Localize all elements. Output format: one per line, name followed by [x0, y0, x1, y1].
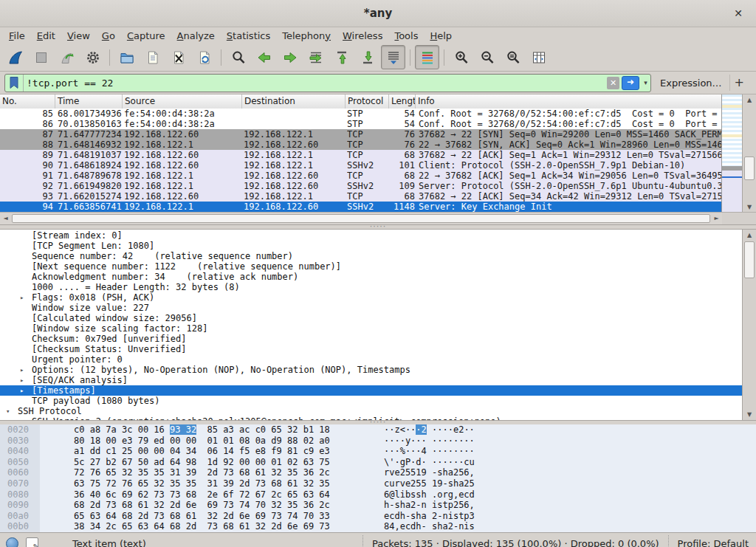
detail-tree-item[interactable]: [TCP Segment Len: 1080] [0, 241, 743, 251]
details-vertical-scrollbar[interactable]: ▲ ▼ [742, 230, 756, 420]
scrollbar-handle[interactable] [744, 156, 755, 180]
tree-collapsed-icon[interactable]: ▸ [20, 365, 24, 375]
hex-bytes[interactable]: 63 75 72 76 65 32 35 35 31 39 2d 73 68 6… [74, 478, 330, 489]
menu-tools[interactable]: Tools [388, 30, 424, 42]
packet-row[interactable]: 9171.648789678192.168.122.1192.168.122.6… [0, 171, 722, 181]
tree-expanded-icon[interactable]: ▾ [6, 406, 10, 416]
scroll-up-icon[interactable]: ▲ [743, 230, 756, 241]
detail-tree-item[interactable]: TCP payload (1080 bytes) [0, 396, 743, 406]
menu-edit[interactable]: Edit [31, 30, 61, 42]
hex-bytes[interactable]: 72 76 65 32 35 35 31 39 2d 73 68 61 32 3… [74, 467, 330, 478]
open-file-button[interactable] [114, 45, 139, 69]
detail-tree-item[interactable]: ▾SSH Protocol [0, 406, 743, 416]
capture-options-button[interactable] [80, 45, 105, 69]
go-back-button[interactable] [252, 45, 276, 69]
hex-dump-row[interactable]: 008036 40 6c 69 62 73 73 68 2e 6f 72 67 … [0, 489, 756, 500]
resize-columns-button[interactable] [526, 45, 551, 69]
go-bottom-button[interactable] [355, 45, 379, 69]
scroll-right-icon[interactable]: ► [711, 213, 722, 224]
filter-clear-icon[interactable]: ✕ [607, 77, 619, 89]
menu-statistics[interactable]: Statistics [221, 30, 276, 42]
hex-bytes[interactable]: c0 a8 7a 3c 00 16 93 32 85 a3 ac c0 65 3… [74, 424, 330, 436]
detail-tree-item[interactable]: [Calculated window size: 29056] [0, 313, 743, 323]
tree-collapsed-icon[interactable]: ▸ [20, 375, 24, 385]
add-filter-button[interactable]: + [729, 75, 752, 91]
packet-list-minimap-scrollbar[interactable] [721, 94, 743, 213]
menu-capture[interactable]: Capture [121, 30, 171, 42]
stop-capture-button[interactable] [29, 45, 53, 69]
tree-collapsed-icon[interactable]: ▸ [20, 292, 24, 303]
menu-telephony[interactable]: Telephony [276, 30, 337, 42]
detail-tree-item[interactable]: [Stream index: 0] [0, 230, 743, 241]
hex-dump-row[interactable]: 00b038 34 2c 65 63 64 68 2d 73 68 61 32 … [0, 521, 756, 532]
hex-dump-row[interactable]: 003080 18 00 e3 79 ed 00 00 01 01 08 0a … [0, 436, 756, 447]
expert-info-icon[interactable] [6, 537, 18, 547]
filter-history-dropdown-icon[interactable]: ▾ [641, 79, 650, 86]
colorize-button[interactable] [415, 45, 439, 69]
zoom-in-button[interactable] [449, 45, 473, 69]
hex-dump-row[interactable]: 0020c0 a8 7a 3c 00 16 93 32 85 a3 ac c0 … [0, 424, 756, 436]
profile-selector[interactable]: Profile: Default [668, 535, 750, 547]
column-header-src[interactable]: Source [123, 94, 242, 109]
scroll-down-icon[interactable]: ▼ [743, 409, 756, 420]
hex-dump-row[interactable]: 007063 75 72 76 65 32 35 35 31 39 2d 73 … [0, 478, 756, 489]
hex-dump-row[interactable]: 00a065 63 64 68 2d 73 68 61 32 2d 6e 69 … [0, 511, 756, 522]
find-packet-button[interactable] [226, 45, 250, 69]
hex-dump-row[interactable]: 006072 76 65 32 35 35 31 39 2d 73 68 61 … [0, 467, 756, 478]
hex-bytes[interactable]: 68 2d 73 68 61 32 2d 6e 69 73 74 70 32 3… [74, 500, 330, 511]
filter-bookmark-icon[interactable] [5, 75, 24, 92]
hex-ascii[interactable]: curve255 19-sha25 [384, 478, 475, 489]
hex-ascii[interactable]: ecdh-sha 2-nistp3 [384, 511, 475, 522]
tree-collapsed-icon[interactable]: ▸ [20, 416, 24, 420]
detail-tree-item[interactable]: ▸[SEQ/ACK analysis] [0, 375, 743, 385]
packet-row[interactable]: 8871.648146932192.168.122.1192.168.122.6… [0, 140, 722, 150]
scroll-up-icon[interactable]: ▲ [743, 94, 756, 106]
hex-dump-row[interactable]: 009068 2d 73 68 61 32 2d 6e 69 73 74 70 … [0, 500, 756, 511]
detail-tree-item[interactable]: ▸Options: (12 bytes), No-Operation (NOP)… [0, 365, 743, 375]
column-header-info[interactable]: Info [416, 94, 722, 109]
hex-bytes[interactable]: a1 dd c1 25 00 00 04 34 06 14 f5 e8 f9 8… [74, 446, 330, 457]
hex-dump-row[interactable]: 0040a1 dd c1 25 00 00 04 34 06 14 f5 e8 … [0, 446, 756, 457]
detail-tree-item[interactable]: Acknowledgment number: 34 (relative ack … [0, 272, 743, 282]
save-file-button[interactable] [140, 45, 165, 69]
detail-tree-item[interactable]: ▸Flags: 0x018 (PSH, ACK) [0, 292, 743, 303]
close-window-button[interactable]: ✕ [729, 0, 747, 27]
hex-ascii[interactable]: 6@libssh .org,ecd [384, 489, 475, 500]
tree-collapsed-icon[interactable]: ▸ [20, 385, 24, 396]
start-capture-button[interactable] [3, 45, 27, 69]
restart-capture-button[interactable] [55, 45, 79, 69]
menu-view[interactable]: View [61, 30, 96, 42]
detail-tree-item[interactable]: Checksum: 0x79ed [unverified] [0, 334, 743, 344]
detail-tree-item[interactable]: Urgent pointer: 0 [0, 354, 743, 365]
hex-bytes[interactable]: 36 40 6c 69 62 73 73 68 2e 6f 72 67 2c 6… [74, 489, 330, 500]
menu-file[interactable]: File [3, 30, 31, 42]
packet-row[interactable]: 8568.001734936fe:54:00:d4:38:2aSTP54Conf… [0, 109, 722, 119]
expression-button[interactable]: Expression… [651, 78, 729, 89]
go-forward-button[interactable] [278, 45, 302, 69]
hex-ascii[interactable]: ····y··· ········ [384, 436, 475, 447]
hex-bytes[interactable]: 65 63 64 68 2d 73 68 61 32 2d 6e 69 73 7… [74, 511, 330, 522]
column-header-no[interactable]: No. [0, 94, 55, 109]
close-file-button[interactable] [166, 45, 190, 69]
column-header-len[interactable]: Length [389, 94, 416, 109]
detail-tree-item[interactable]: [Next sequence number: 1122 (relative se… [0, 261, 743, 272]
go-top-button[interactable] [329, 45, 354, 69]
hex-ascii[interactable]: rve25519 -sha256, [384, 467, 475, 478]
detail-tree-item[interactable]: Sequence number: 42 (relative sequence n… [0, 251, 743, 261]
hex-ascii[interactable]: h-sha2-n istp256, [384, 500, 475, 511]
packet-row[interactable]: 9071.648618924192.168.122.60192.168.122.… [0, 160, 722, 171]
display-filter-input[interactable] [24, 75, 607, 91]
column-header-proto[interactable]: Protocol [346, 94, 389, 109]
scrollbar-handle[interactable] [744, 241, 755, 278]
hex-dump-row[interactable]: 00505c 27 b2 67 50 ad 64 98 1d 92 00 00 … [0, 457, 756, 468]
packet-row[interactable]: 8670.013850163fe:54:00:d4:38:2aSTP54Conf… [0, 119, 722, 129]
hex-ascii[interactable]: 84,ecdh- sha2-nis [384, 521, 475, 532]
filter-apply-icon[interactable]: ➜ [622, 76, 639, 90]
detail-tree-item[interactable]: 1000 .... = Header Length: 32 bytes (8) [0, 282, 743, 292]
scroll-left-icon[interactable]: ◄ [0, 213, 11, 224]
reload-file-button[interactable] [192, 45, 216, 69]
go-to-packet-button[interactable] [303, 45, 328, 69]
capture-comment-icon[interactable]: ✎ [26, 537, 38, 547]
packet-list-vertical-scrollbar[interactable]: ▲ ▼ [742, 94, 756, 213]
menu-go[interactable]: Go [96, 30, 121, 42]
